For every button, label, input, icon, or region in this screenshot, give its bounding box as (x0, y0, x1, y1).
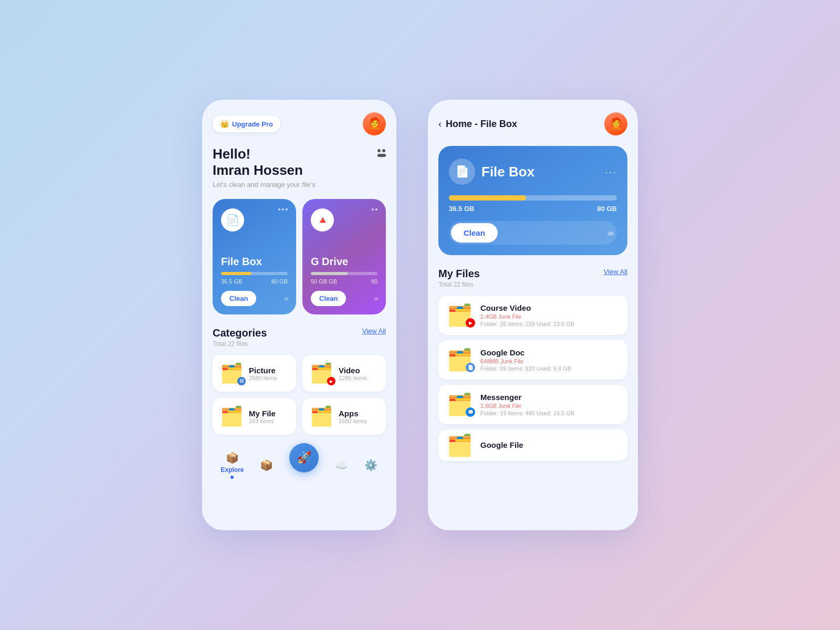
upgrade-pro-label: Upgrade Pro (232, 120, 273, 128)
categories-header: Categories Total 22 files View All (213, 327, 386, 348)
google-file-info: Google File (480, 440, 619, 450)
avatar[interactable]: 🧑‍🦰 (363, 112, 386, 135)
course-video-meta: Folder: 26 Items: 159 Used: 23.6 GB (480, 321, 619, 327)
video-count: 1286 items (339, 375, 367, 381)
my-files-title: My Files (438, 268, 480, 280)
back-button[interactable]: ‹ (438, 119, 442, 130)
file-doc-icon: 📄 (455, 165, 469, 178)
menu-dot-1 (377, 149, 381, 152)
filebox-storage-labels: 36.5 GB 80 GB (221, 278, 288, 285)
file-item-google-doc[interactable]: 🗂️ 📄 Google Doc 648MB Junk File Folder: … (438, 340, 627, 380)
filebox-large-bar-fill (449, 195, 526, 201)
file-item-course-video[interactable]: 🗂️ ▶ Course Video 2.4GB Junk File Folder… (438, 296, 627, 335)
dot3 (286, 208, 288, 211)
gdrive-bar-wrap (311, 272, 377, 275)
messenger-junk: 1.6GB Junk File (480, 403, 619, 409)
apps-name: Apps (339, 409, 367, 418)
category-video-info: Video 1286 items (339, 366, 367, 381)
category-video[interactable]: 🗂️ ▶ Video 1286 items (302, 355, 386, 392)
filebox-large-clean-label: Clean (464, 228, 485, 237)
messenger-info: Messenger 1.6GB Junk File Folder: 19 Ite… (480, 393, 619, 416)
gdrive-used: 50 GB GB (311, 278, 337, 285)
menu-dot-2 (382, 149, 385, 152)
rocket-icon: 🚀 (297, 451, 311, 465)
category-picture-info: Picture 2680 items (249, 366, 277, 381)
category-apps[interactable]: 🗂️ Apps 1680 items (302, 398, 386, 435)
filebox-clean-label: Clean (229, 295, 248, 302)
messenger-meta: Folder: 19 Items: 480 Used: 16.5 GB (480, 410, 619, 416)
google-doc-name: Google Doc (480, 348, 619, 357)
right-phone: ‹ Home - File Box 🧑‍🦰 📄 File Box ··· 36.… (428, 100, 638, 530)
filebox-large-clean-button[interactable]: Clean (451, 223, 498, 243)
filebox-icon-title: 📄 File Box (449, 159, 534, 185)
picture-count: 2680 items (249, 375, 277, 381)
page-title: Home - File Box (446, 119, 517, 130)
category-picture[interactable]: 🗂️ 🖼 Picture 2680 items (213, 355, 296, 392)
box-icon: 📦 (260, 459, 273, 471)
apps-count: 1680 items (339, 418, 367, 424)
file-item-messenger[interactable]: 🗂️ 💬 Messenger 1.6GB Junk File Folder: 1… (438, 385, 627, 424)
nav-settings[interactable]: ⚙️ (364, 459, 377, 471)
apps-folder-icon: 🗂️ (310, 405, 333, 427)
fab-button[interactable]: 🚀 (289, 443, 319, 472)
upgrade-pro-button[interactable]: 👑 Upgrade Pro (213, 116, 280, 132)
bottom-nav: 📦 Explore 📦 🚀 ☁️ ⚙️ (213, 445, 386, 481)
myfile-count: 163 items (249, 418, 276, 424)
greeting-subtitle: Let's clean and manage your file's (213, 181, 386, 188)
category-myfile[interactable]: 🗂️ My File 163 items (213, 398, 296, 435)
gdrive-arrows: ››› (374, 295, 377, 302)
gdrive-storage-labels: 50 GB GB 90 (311, 278, 377, 285)
myfile-folder-icon: 🗂️ (220, 405, 244, 427)
avatar-image: 🧑‍🦰 (363, 112, 386, 135)
google-doc-meta: Folder: 09 Items: 820 Used: 9.8 GB (480, 365, 619, 372)
greeting-hello: Hello! (213, 146, 386, 162)
filebox-card-title: File Box (221, 256, 288, 268)
explore-icon: 📦 (226, 452, 239, 464)
filebox-large-total: 80 GB (597, 205, 617, 213)
right-avatar[interactable]: 🧑‍🦰 (604, 112, 627, 135)
gdrive-card-small: 🔺 G Drive 50 GB GB 90 Clean ››› (302, 199, 386, 314)
gdrive-card-dots[interactable] (372, 208, 377, 211)
explore-dot (230, 476, 234, 479)
categories-view-all[interactable]: View All (362, 327, 386, 335)
filebox-icon-small: 📄 (221, 208, 244, 232)
file-list: 🗂️ ▶ Course Video 2.4GB Junk File Folder… (438, 296, 627, 461)
gdot2 (375, 208, 377, 211)
filebox-clean-button[interactable]: Clean (221, 291, 256, 306)
myfile-name: My File (249, 409, 276, 418)
categories-sub: Total 22 files (213, 340, 267, 348)
my-files-view-all[interactable]: View All (604, 268, 627, 276)
filebox-bar-fill (221, 272, 251, 275)
filebox-more-button[interactable]: ··· (605, 166, 617, 178)
file-icon: 📄 (226, 214, 239, 226)
google-doc-folder-wrap: 🗂️ 📄 (447, 348, 473, 372)
filebox-large-bar-wrap (449, 195, 617, 201)
menu-icon[interactable] (377, 149, 386, 157)
filebox-bar-wrap (221, 272, 288, 275)
gdrive-total: 90 (371, 278, 377, 285)
gdot1 (372, 208, 374, 211)
settings-icon: ⚙️ (364, 459, 377, 471)
dot2 (282, 208, 284, 211)
crown-icon: 👑 (220, 120, 229, 128)
filebox-total: 80 GB (271, 278, 288, 285)
nav-explore[interactable]: 📦 Explore (220, 452, 244, 479)
back-title-group: ‹ Home - File Box (438, 119, 517, 130)
google-doc-junk: 648MB Junk File (480, 358, 619, 364)
file-item-google-file[interactable]: 🗂️ Google File (438, 429, 627, 461)
top-bar-left: 👑 Upgrade Pro 🧑‍🦰 (213, 112, 386, 135)
course-video-folder-wrap: 🗂️ ▶ (447, 303, 473, 328)
gdrive-bar-fill (311, 272, 348, 275)
gdrive-clean-button[interactable]: Clean (311, 291, 346, 306)
messenger-folder-wrap: 🗂️ 💬 (447, 392, 473, 417)
category-myfile-info: My File 163 items (249, 409, 276, 424)
nav-cloud[interactable]: ☁️ (335, 459, 348, 471)
course-video-info: Course Video 2.4GB Junk File Folder: 26 … (480, 303, 619, 327)
google-doc-info: Google Doc 648MB Junk File Folder: 09 It… (480, 348, 619, 372)
messenger-name: Messenger (480, 393, 619, 402)
nav-box[interactable]: 📦 (260, 459, 273, 471)
course-video-junk: 2.4GB Junk File (480, 313, 619, 320)
top-bar-right: ‹ Home - File Box 🧑‍🦰 (438, 112, 627, 135)
category-apps-info: Apps 1680 items (339, 409, 367, 424)
card-more-dots[interactable] (278, 208, 288, 211)
